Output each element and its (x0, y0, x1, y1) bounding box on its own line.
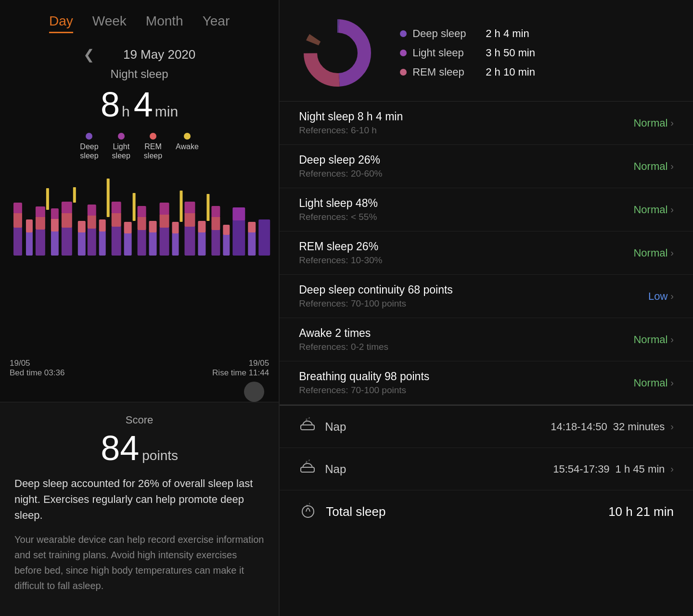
svg-rect-27 (112, 202, 121, 213)
stat-light-sleep-ref: References: < 55% (299, 212, 378, 222)
svg-rect-40 (172, 222, 179, 233)
stat-rem-sleep-right: Normal › (633, 247, 674, 259)
stat-awake-chevron: › (670, 334, 674, 345)
nap-1-duration: 32 minutes (613, 421, 665, 433)
svg-rect-18 (78, 221, 86, 232)
stat-deep-sleep[interactable]: Deep sleep 26% References: 20-60% Normal… (280, 145, 693, 188)
nap-2-right: 15:54-17:39 1 h 45 min › (553, 463, 674, 475)
donut-deep-value: 2 h 4 min (486, 27, 529, 40)
score-section: Score 84points Deep sleep accounted for … (0, 402, 279, 616)
svg-rect-4 (26, 231, 33, 256)
stat-night-sleep-status: Normal (633, 117, 667, 129)
svg-text:z: z (306, 460, 308, 464)
stat-deep-continuity-main: Deep sleep continuity 68 points (299, 283, 453, 296)
donut-legend-deep: Deep sleep 2 h 4 min (400, 27, 535, 40)
stat-breathing-main: Breathing quality 98 points (299, 370, 429, 383)
total-sleep-icon: z z (299, 501, 317, 523)
stat-breathing-ref: References: 70-100 points (299, 385, 429, 396)
stat-awake-main: Awake 2 times (299, 327, 388, 340)
svg-rect-23 (99, 219, 106, 231)
hours-unit: h (122, 103, 130, 119)
svg-point-69 (302, 506, 314, 517)
stat-light-sleep-chevron: › (670, 204, 674, 215)
tab-day[interactable]: Day (49, 13, 73, 33)
stat-light-sleep-main: Light sleep 48% (299, 197, 378, 210)
scroll-handle[interactable] (244, 382, 264, 402)
svg-rect-22 (99, 231, 106, 256)
svg-rect-48 (211, 229, 220, 256)
stat-night-sleep[interactable]: Night sleep 8 h 4 min References: 6-10 h… (280, 102, 693, 145)
nap-2-left: z z Nap (299, 459, 346, 479)
night-sleep-label: Night sleep (0, 67, 279, 81)
svg-rect-39 (172, 232, 179, 256)
svg-rect-29 (124, 222, 132, 233)
svg-rect-7 (36, 216, 45, 230)
svg-rect-20 (88, 215, 96, 229)
rise-time: Rise time 11:44 (212, 368, 269, 378)
nap-row-2[interactable]: z z Nap 15:54-17:39 1 h 45 min › (280, 448, 693, 490)
svg-rect-17 (78, 231, 86, 256)
svg-rect-54 (232, 207, 245, 220)
svg-rect-42 (184, 226, 195, 256)
stat-rem-sleep[interactable]: REM sleep 26% References: 10-30% Normal … (280, 231, 693, 275)
svg-rect-3 (13, 203, 22, 213)
sleep-chart-area (5, 164, 274, 357)
left-panel: Day Week Month Year ❮ 19 May 2020 Night … (0, 0, 279, 616)
stat-deep-sleep-ref: References: 20-60% (299, 168, 382, 179)
stat-deep-continuity-chevron: › (670, 291, 674, 302)
stat-night-sleep-chevron: › (670, 117, 674, 128)
stat-awake-status: Normal (633, 334, 667, 346)
rise-date: 19/05 (212, 359, 269, 368)
stats-list: Night sleep 8 h 4 min References: 6-10 h… (280, 102, 693, 405)
stat-breathing[interactable]: Breathing quality 98 points References: … (280, 361, 693, 405)
bed-time: Bed time 03:36 (10, 368, 64, 378)
tabs-container: Day Week Month Year (0, 0, 279, 42)
insight-secondary: Your wearable device can help record exe… (14, 532, 264, 593)
nap-1-right: 14:18-14:50 32 minutes › (551, 421, 674, 433)
donut-deep-dot (400, 30, 407, 37)
stat-deep-continuity-left: Deep sleep continuity 68 points Referenc… (299, 283, 453, 309)
stat-deep-sleep-main: Deep sleep 26% (299, 154, 382, 167)
svg-rect-53 (232, 219, 245, 256)
legend-deep-sleep: Deepsleep (80, 133, 98, 160)
svg-rect-28 (124, 232, 132, 256)
svg-rect-30 (133, 193, 136, 221)
svg-rect-2 (13, 212, 22, 228)
svg-rect-15 (62, 202, 72, 213)
total-sleep-left: z z Total sleep (299, 501, 385, 523)
donut-deep-label: Deep sleep (412, 27, 480, 40)
svg-rect-33 (138, 206, 146, 217)
nap-row-1[interactable]: z z Nap 14:18-14:50 32 minutes › (280, 406, 693, 448)
tab-month[interactable]: Month (146, 13, 183, 33)
svg-rect-41 (180, 191, 182, 222)
right-panel: Deep sleep 2 h 4 min Light sleep 3 h 50 … (280, 0, 693, 616)
stat-deep-continuity[interactable]: Deep sleep continuity 68 points Referenc… (280, 275, 693, 318)
deep-sleep-label: Deepsleep (80, 142, 98, 160)
rem-sleep-dot (150, 133, 156, 140)
stat-awake[interactable]: Awake 2 times References: 0-2 times Norm… (280, 318, 693, 361)
rem-sleep-label: REMsleep (144, 142, 162, 160)
svg-rect-63 (301, 425, 314, 430)
svg-rect-16 (73, 187, 76, 203)
nap-section: z z Nap 14:18-14:50 32 minutes › z (280, 405, 693, 533)
svg-point-62 (318, 34, 357, 72)
stat-rem-sleep-main: REM sleep 26% (299, 240, 382, 253)
prev-arrow[interactable]: ❮ (83, 47, 94, 63)
stat-light-sleep-left: Light sleep 48% References: < 55% (299, 197, 378, 222)
svg-rect-52 (223, 225, 230, 235)
tab-week[interactable]: Week (92, 13, 127, 33)
legend-awake: Awake (176, 133, 199, 160)
stat-deep-sleep-chevron: › (670, 161, 674, 172)
date-nav: ❮ 19 May 2020 (0, 42, 279, 64)
tab-year[interactable]: Year (203, 13, 230, 33)
stat-awake-right: Normal › (633, 334, 674, 346)
svg-rect-1 (13, 227, 22, 256)
stat-breathing-status: Normal (633, 377, 667, 389)
svg-rect-55 (248, 231, 256, 256)
sleep-duration: 8h4min (0, 85, 279, 124)
stat-breathing-chevron: › (670, 377, 674, 388)
nap-1-icon: z z (299, 416, 316, 437)
stat-light-sleep[interactable]: Light sleep 48% References: < 55% Normal… (280, 188, 693, 231)
nap-2-chevron: › (670, 463, 674, 475)
donut-light-dot (400, 50, 407, 56)
